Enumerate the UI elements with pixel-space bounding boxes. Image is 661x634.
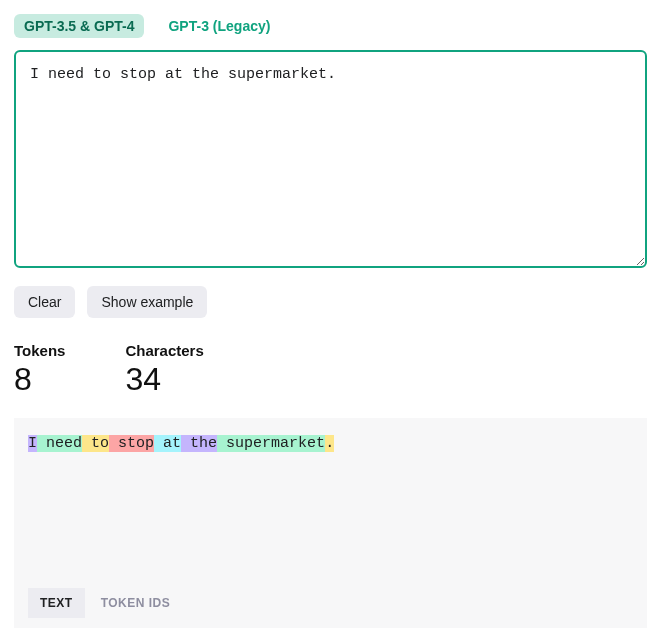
- tab-gpt35-gpt4[interactable]: GPT-3.5 & GPT-4: [14, 14, 144, 38]
- clear-button[interactable]: Clear: [14, 286, 75, 318]
- input-container: [14, 50, 647, 272]
- chars-label: Characters: [125, 342, 203, 359]
- token-visualization: I need to stop at the supermarket. TEXT …: [14, 418, 647, 628]
- token: the: [181, 435, 217, 452]
- token-input[interactable]: [14, 50, 647, 268]
- stats-row: Tokens 8 Characters 34: [14, 342, 647, 398]
- token: I: [28, 435, 37, 452]
- token: .: [325, 435, 334, 452]
- chars-stat: Characters 34: [125, 342, 203, 398]
- viz-tab-token-ids[interactable]: TOKEN IDS: [89, 588, 183, 618]
- token: at: [154, 435, 181, 452]
- token-line: I need to stop at the supermarket.: [28, 432, 633, 456]
- tokens-stat: Tokens 8: [14, 342, 65, 398]
- model-tabs: GPT-3.5 & GPT-4 GPT-3 (Legacy): [14, 14, 647, 38]
- show-example-button[interactable]: Show example: [87, 286, 207, 318]
- tokens-label: Tokens: [14, 342, 65, 359]
- token: to: [82, 435, 109, 452]
- token: supermarket: [217, 435, 325, 452]
- tokens-value: 8: [14, 361, 65, 398]
- viz-tab-text[interactable]: TEXT: [28, 588, 85, 618]
- tab-gpt3-legacy[interactable]: GPT-3 (Legacy): [158, 14, 280, 38]
- token: stop: [109, 435, 154, 452]
- viz-tabs: TEXT TOKEN IDS: [28, 588, 633, 618]
- token: need: [37, 435, 82, 452]
- chars-value: 34: [125, 361, 203, 398]
- button-row: Clear Show example: [14, 286, 647, 318]
